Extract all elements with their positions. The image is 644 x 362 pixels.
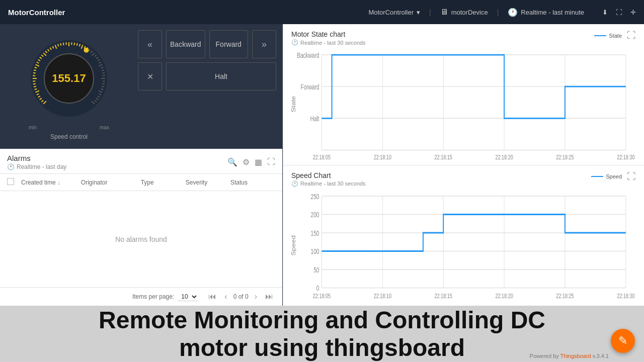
dial-label: Speed control	[50, 133, 88, 140]
banner-line1: Remote Monitoring and Controlling DC	[99, 307, 545, 333]
add-icon: ✛	[630, 9, 636, 16]
pagination: ⏮ ‹ 0 of 0 › ⏭	[206, 292, 275, 302]
main-area: 155.17 min max Speed control « Backward …	[0, 24, 644, 306]
motor-state-title-group: Motor State chart 🕐 Realtime - last 30 s…	[291, 30, 366, 46]
speed-control-area: 155.17 min max Speed control « Backward …	[0, 24, 282, 149]
dial-container: 155.17 min max Speed control	[6, 30, 132, 143]
fullscreen-icon: ⛶	[616, 9, 622, 16]
alarms-table-header: Created time ↓ Originator Type Severity …	[0, 174, 282, 191]
halt-row: ✕ Halt	[138, 62, 276, 90]
realtime-label: Realtime - last minute	[521, 9, 584, 16]
control-buttons: « Backward Forward » ✕ Halt	[138, 30, 276, 143]
select-all-checkbox[interactable]	[7, 178, 14, 185]
col-severity: Severity	[186, 179, 230, 186]
realtime-item[interactable]: 🕐 Realtime - last minute	[508, 8, 584, 17]
state-legend-line	[594, 35, 606, 36]
direction-row: « Backward Forward »	[138, 30, 276, 58]
svg-text:22:18:15: 22:18:15	[435, 153, 452, 160]
svg-text:22:18:05: 22:18:05	[313, 292, 331, 299]
last-page-btn[interactable]: ⏭	[263, 292, 275, 302]
fab-edit-btn[interactable]: ✎	[611, 329, 635, 353]
motor-state-chart-time: 🕐 Realtime - last 30 seconds	[291, 39, 366, 46]
svg-text:22:18:20: 22:18:20	[495, 153, 513, 160]
page-info: 0 of 0	[233, 293, 249, 300]
controller-menu[interactable]: MotorController ▾	[368, 9, 420, 16]
motor-state-svg: Backward Forward Halt 22:18:05 22:18:10 …	[291, 48, 636, 161]
svg-text:22:18:30: 22:18:30	[617, 153, 634, 160]
fullscreen-alarm-icon[interactable]: ⛶	[267, 157, 275, 167]
svg-text:50: 50	[313, 265, 319, 274]
banner-line2: motor using thingsboard	[179, 334, 465, 361]
device-item[interactable]: 🖥 motorDevice	[440, 8, 488, 17]
search-icon[interactable]: 🔍	[227, 157, 237, 167]
dial-wrap: 155.17	[24, 33, 114, 124]
next-page-btn[interactable]: ›	[253, 292, 259, 302]
col-status: Status	[230, 179, 275, 186]
state-legend-label: State	[609, 33, 622, 39]
created-label: Created time	[21, 179, 56, 186]
svg-text:200: 200	[311, 211, 319, 219]
svg-text:22:18:20: 22:18:20	[495, 292, 513, 299]
speed-title-group: Speed Chart 🕐 Realtime - last 30 seconds	[291, 171, 366, 187]
version-label: v.3.4.1	[593, 353, 609, 359]
col-created-time: Created time ↓	[21, 179, 81, 186]
backward-icon-btn[interactable]: «	[138, 30, 162, 58]
sort-icon[interactable]: ↓	[58, 179, 61, 186]
svg-text:150: 150	[311, 229, 319, 237]
items-per-page-select[interactable]: 10 25 50	[177, 293, 198, 301]
svg-text:22:18:10: 22:18:10	[374, 292, 391, 299]
dial-max: max	[100, 125, 109, 130]
columns-icon[interactable]: ▦	[255, 157, 262, 167]
svg-text:Backward: Backward	[297, 51, 319, 59]
alarms-time-label: Realtime - last day	[17, 163, 66, 170]
first-page-btn[interactable]: ⏮	[206, 292, 218, 302]
alarms-actions: 🔍 ⚙ ▦ ⛶	[227, 157, 275, 167]
motor-state-chart-title: Motor State chart	[291, 30, 366, 38]
items-per-page: Items per page: 10 25 50	[132, 293, 198, 301]
motor-state-expand-btn[interactable]: ⛶	[627, 30, 636, 41]
backward-chevron-icon: «	[147, 39, 152, 50]
speed-legend-line	[591, 176, 603, 177]
left-panel: 155.17 min max Speed control « Backward …	[0, 24, 283, 306]
close-button[interactable]: ✕	[138, 62, 162, 90]
backward-button[interactable]: Backward	[166, 30, 205, 58]
clock-icon: 🕐	[508, 8, 518, 17]
download-btn[interactable]: ⬇	[602, 9, 608, 16]
svg-text:250: 250	[311, 193, 319, 201]
device-icon: 🖥	[440, 8, 448, 17]
prev-page-btn[interactable]: ‹	[222, 292, 229, 302]
controller-label: MotorController	[368, 9, 414, 16]
forward-chevron-icon: »	[262, 39, 267, 50]
motor-state-chart-canvas: Backward Forward Halt 22:18:05 22:18:10 …	[291, 48, 636, 161]
speed-expand-btn[interactable]: ⛶	[627, 171, 636, 182]
speed-svg: 250 200 150 100 50 0 22:18:05 22:18:10 2…	[291, 189, 636, 302]
svg-text:22:18:15: 22:18:15	[435, 292, 452, 299]
bottom-banner: Remote Monitoring and Controlling DC mot…	[0, 306, 644, 362]
no-alarms-message: No alarms found	[115, 235, 167, 243]
alarms-header: Alarms 🕐 Realtime - last day 🔍 ⚙ ▦ ⛶	[0, 149, 282, 174]
add-btn[interactable]: ✛	[630, 9, 636, 16]
brand-logo: MotorController	[8, 8, 65, 17]
halt-button[interactable]: Halt	[166, 62, 276, 90]
thingsboard-link[interactable]: Thingsboard	[560, 353, 591, 359]
fullscreen-btn[interactable]: ⛶	[616, 9, 622, 16]
forward-icon-btn[interactable]: »	[252, 30, 276, 58]
speed-legend-label: Speed	[606, 173, 622, 179]
alarms-title: Alarms	[7, 154, 66, 162]
svg-text:Speed: Speed	[291, 235, 297, 255]
close-icon: ✕	[147, 72, 153, 81]
svg-text:22:18:10: 22:18:10	[374, 153, 391, 160]
svg-text:22:18:30: 22:18:30	[617, 292, 634, 299]
svg-text:100: 100	[311, 247, 319, 255]
forward-button[interactable]: Forward	[209, 30, 249, 58]
filter-icon[interactable]: ⚙	[243, 157, 250, 167]
svg-text:22:18:25: 22:18:25	[556, 153, 574, 160]
pencil-icon: ✎	[618, 334, 627, 347]
svg-text:22:18:25: 22:18:25	[556, 292, 574, 299]
svg-text:Forward: Forward	[300, 83, 319, 91]
alarms-clock-icon: 🕐	[7, 163, 15, 170]
svg-text:Halt: Halt	[310, 115, 319, 123]
select-all-col	[7, 178, 21, 187]
powered-by: Powered by Thingsboard v.3.4.1	[530, 353, 609, 359]
motor-state-chart-section: Motor State chart 🕐 Realtime - last 30 s…	[283, 24, 644, 165]
